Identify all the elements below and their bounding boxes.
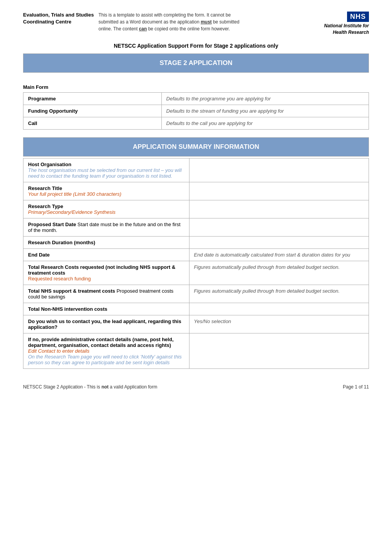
app-summary-right bbox=[189, 303, 369, 315]
app-summary-left: Total Research Costs requested (not incl… bbox=[23, 261, 189, 285]
page-subtitle: NETSCC Application Support Form for Stag… bbox=[23, 43, 369, 49]
nhs-label: NHS bbox=[347, 12, 369, 22]
field-label: Proposed Start Date bbox=[28, 222, 76, 227]
field-value: End date is automatically calculated fro… bbox=[194, 252, 350, 258]
org-line2: Coordinating Centre bbox=[23, 19, 71, 25]
main-form-table: Programme Defaults to the programme you … bbox=[23, 92, 369, 130]
field-label: Research Title bbox=[28, 185, 62, 191]
app-summary-left: Proposed Start Date Start date must be i… bbox=[23, 218, 189, 236]
field-label: Do you wish us to contact you, the lead … bbox=[28, 318, 181, 330]
field-label: Research Duration (months) bbox=[28, 240, 95, 245]
main-form-field-label: Programme bbox=[23, 92, 162, 105]
app-summary-right bbox=[189, 182, 369, 200]
main-form-field-value: Defaults to the stream of funding you ar… bbox=[161, 105, 369, 117]
app-summary-right: Yes/No selection bbox=[189, 315, 369, 333]
field-value: Figures automatically pulled through fro… bbox=[194, 264, 340, 270]
app-summary-left: Total NHS support & treatment costs Prop… bbox=[23, 285, 189, 303]
org-line1: Evaluation, Trials and Studies bbox=[23, 12, 94, 18]
app-summary-left: Total Non-NHS intervention costs bbox=[23, 303, 189, 315]
nhs-logo: NHS National Institute for Health Resear… bbox=[324, 12, 369, 36]
app-summary-row: Research Duration (months) bbox=[23, 236, 369, 248]
main-form-field-label: Funding Opportunity bbox=[23, 105, 162, 117]
field-label: If no, provide administrative contact de… bbox=[28, 337, 174, 348]
app-summary-right: Figures automatically pulled through fro… bbox=[189, 261, 369, 285]
nhs-title-line1: National Institute for bbox=[324, 23, 369, 28]
note-text-3: be copied onto the online form however. bbox=[147, 26, 230, 32]
app-summary-right: End date is automatically calculated fro… bbox=[189, 248, 369, 261]
app-summary-left: End Date bbox=[23, 248, 189, 261]
app-summary-left: Host OrganisationThe host organisation m… bbox=[23, 158, 189, 182]
field-label: Research Type bbox=[28, 203, 63, 209]
app-summary-left: Research Duration (months) bbox=[23, 236, 189, 248]
footer-left: NETSCC Stage 2 Application - This is not… bbox=[23, 384, 157, 390]
nhs-title-line2: Health Research bbox=[333, 30, 369, 35]
app-summary-right bbox=[189, 333, 369, 368]
field-label: Host Organisation bbox=[28, 162, 71, 167]
field-label: Total Research Costs requested (not incl… bbox=[28, 264, 175, 276]
field-desc-line: Edit Contact to enter details bbox=[28, 348, 184, 354]
main-form-row: Programme Defaults to the programme you … bbox=[23, 92, 369, 105]
field-label: Total NHS support & treatment costs bbox=[28, 288, 115, 294]
field-label: End Date bbox=[28, 252, 50, 258]
app-summary-left: Research TitleYour full project title (L… bbox=[23, 182, 189, 200]
main-form-field-label: Call bbox=[23, 117, 162, 129]
nhs-title: National Institute for Health Research bbox=[324, 23, 369, 36]
app-summary-right bbox=[189, 218, 369, 236]
app-summary-row: Total Non-NHS intervention costs bbox=[23, 303, 369, 315]
app-summary-left: If no, provide administrative contact de… bbox=[23, 333, 189, 368]
field-label-suffix-orange: Requested research funding bbox=[28, 276, 91, 282]
header-note: This is a template to assist with comple… bbox=[98, 12, 244, 32]
app-summary-right: Figures automatically pulled through fro… bbox=[189, 285, 369, 303]
app-summary-row: End Date End date is automatically calcu… bbox=[23, 248, 369, 261]
app-summary-row: Do you wish us to contact you, the lead … bbox=[23, 315, 369, 333]
app-summary-right bbox=[189, 200, 369, 218]
field-value: Figures automatically pulled through fro… bbox=[194, 288, 340, 294]
app-summary-row: Research TitleYour full project title (L… bbox=[23, 182, 369, 200]
app-summary-row: Host OrganisationThe host organisation m… bbox=[23, 158, 369, 182]
main-form-row: Call Defaults to the call you are applyi… bbox=[23, 117, 369, 129]
app-summary-left: Do you wish us to contact you, the lead … bbox=[23, 315, 189, 333]
app-summary-right bbox=[189, 236, 369, 248]
field-value: Yes/No selection bbox=[194, 318, 231, 324]
field-desc-line: On the Research Team page you will need … bbox=[28, 354, 184, 365]
field-desc: Your full project title (Limit 300 chara… bbox=[28, 191, 184, 197]
app-summary-row: Research TypePrimary/Secondary/Evidence … bbox=[23, 200, 369, 218]
main-form-field-value: Defaults to the call you are applying fo… bbox=[161, 117, 369, 129]
note-can: can bbox=[139, 26, 147, 32]
main-form-field-value: Defaults to the programme you are applyi… bbox=[161, 92, 369, 105]
page-footer: NETSCC Stage 2 Application - This is not… bbox=[23, 384, 369, 390]
app-summary-row: If no, provide administrative contact de… bbox=[23, 333, 369, 368]
header-left: Evaluation, Trials and Studies Coordinat… bbox=[23, 12, 244, 32]
org-title-block: Evaluation, Trials and Studies Coordinat… bbox=[23, 12, 94, 25]
app-summary-right bbox=[189, 158, 369, 182]
org-title: Evaluation, Trials and Studies Coordinat… bbox=[23, 12, 94, 25]
app-summary-row: Total NHS support & treatment costs Prop… bbox=[23, 285, 369, 303]
field-label: Total Non-NHS intervention costs bbox=[28, 306, 107, 312]
field-desc: The host organisation must be selected f… bbox=[28, 167, 184, 179]
footer-right: Page 1 of 11 bbox=[343, 384, 369, 390]
field-desc: Primary/Secondary/Evidence Synthesis bbox=[28, 209, 184, 215]
main-form-row: Funding Opportunity Defaults to the stre… bbox=[23, 105, 369, 117]
app-summary-row: Total Research Costs requested (not incl… bbox=[23, 261, 369, 285]
app-summary-left: Research TypePrimary/Secondary/Evidence … bbox=[23, 200, 189, 218]
app-summary-header: APPLICATION SUMMARY INFORMATION bbox=[23, 137, 369, 157]
note-must: must bbox=[201, 19, 212, 25]
app-summary-table: Host OrganisationThe host organisation m… bbox=[23, 158, 369, 369]
main-form-label: Main Form bbox=[23, 84, 369, 90]
page-header: Evaluation, Trials and Studies Coordinat… bbox=[23, 12, 369, 36]
stage-header: STAGE 2 APPLICATION bbox=[23, 53, 369, 73]
app-summary-row: Proposed Start Date Start date must be i… bbox=[23, 218, 369, 236]
